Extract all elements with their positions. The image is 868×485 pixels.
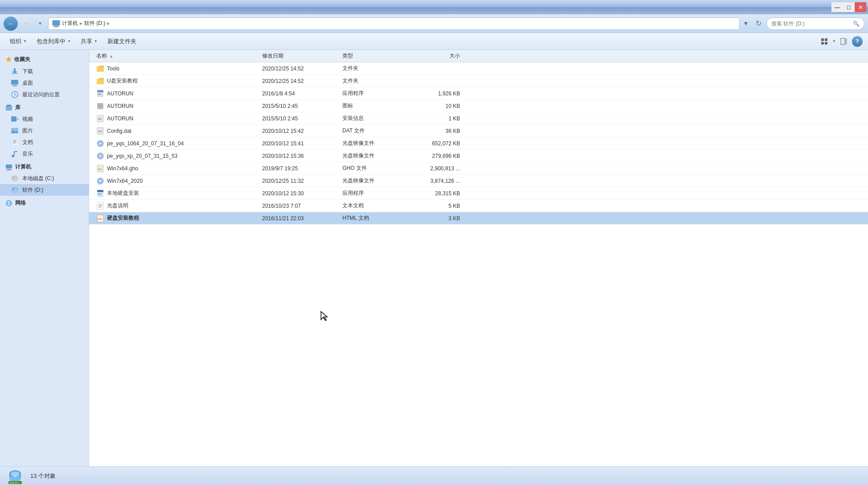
address-bar[interactable]: 计算机 ► 软件 (D:) ► xyxy=(48,17,740,30)
file-date: 2016/1/8 4:54 xyxy=(262,90,342,97)
maximize-button[interactable]: □ xyxy=(843,2,855,12)
svg-rect-2 xyxy=(53,26,59,27)
table-row[interactable]: U盘安装教程 2020/12/25 14:52 文件夹 xyxy=(89,75,868,87)
network-icon-sidebar xyxy=(5,200,12,207)
table-row[interactable]: AUTORUN 2015/5/10 2:45 图标 10 KB xyxy=(89,100,868,112)
file-type: 光盘映像文件 xyxy=(342,177,405,185)
new-folder-button[interactable]: 新建文件夹 xyxy=(103,35,141,48)
sidebar-item-documents[interactable]: 文档 xyxy=(0,136,89,148)
preview-pane-button[interactable] xyxy=(838,35,850,48)
column-name[interactable]: 名称 ▲ xyxy=(93,52,262,60)
back-button[interactable]: ← xyxy=(4,16,18,31)
organize-button[interactable]: 组织 ▼ xyxy=(5,35,31,48)
sidebar-item-downloads[interactable]: 下载 xyxy=(0,66,89,77)
file-name: Win7x64.gho xyxy=(107,165,138,172)
file-icon xyxy=(96,102,104,110)
table-row[interactable]: GHO Win7x64.gho 2019/9/7 19:25 GHO 文件 2,… xyxy=(89,162,868,175)
svg-rect-12 xyxy=(11,80,18,85)
sidebar-favorites-header[interactable]: ★ 收藏夹 xyxy=(0,53,89,66)
file-icon: DAT xyxy=(96,127,104,135)
sidebar-network-section: 网络 xyxy=(0,197,89,209)
file-name: Tools xyxy=(107,66,119,72)
file-rows: Tools 2020/12/25 14:52 文件夹 U盘安装教程 2020/1… xyxy=(89,62,868,225)
svg-rect-69 xyxy=(99,204,102,205)
file-date: 2015/5/10 2:45 xyxy=(262,103,342,109)
svg-text:EXE: EXE xyxy=(98,93,101,95)
table-row[interactable]: HTML 硬盘安装教程 2016/11/21 22:03 HTML 文档 3 K… xyxy=(89,212,868,225)
svg-text:C:: C: xyxy=(13,176,16,179)
file-icon: EXE xyxy=(96,189,104,197)
svg-point-49 xyxy=(99,104,102,108)
sidebar-item-d-drive[interactable]: D: 软件 (D:) xyxy=(0,184,89,196)
table-row[interactable]: Win7x64_2020 2020/12/25 11:32 光盘映像文件 3,8… xyxy=(89,175,868,187)
refresh-button[interactable]: ↻ xyxy=(752,17,765,30)
include-library-button[interactable]: 包含到库中 ▼ xyxy=(32,35,75,48)
download-icon xyxy=(11,67,19,75)
file-name: AUTORUN xyxy=(107,103,133,109)
file-name: 光盘说明 xyxy=(107,202,128,210)
sidebar-computer-header[interactable]: 计算机 xyxy=(0,161,89,173)
crumb-computer[interactable]: 计算机 xyxy=(62,20,78,27)
column-size[interactable]: 大小 xyxy=(405,52,467,60)
file-date: 2015/5/10 2:45 xyxy=(262,115,342,122)
sidebar-network-header[interactable]: 网络 xyxy=(0,197,89,209)
file-icon xyxy=(96,77,104,85)
table-row[interactable]: EXE 本地硬盘安装 2020/10/12 15:30 应用程序 28,315 … xyxy=(89,187,868,200)
computer-icon-sidebar xyxy=(5,164,12,171)
svg-rect-22 xyxy=(12,139,17,146)
file-type: 应用程序 xyxy=(342,90,405,97)
file-name: 硬盘安装教程 xyxy=(107,214,139,222)
svg-point-21 xyxy=(12,129,14,131)
table-row[interactable]: EXE AUTORUN 2016/1/8 4:54 应用程序 1,926 KB xyxy=(89,87,868,100)
column-type[interactable]: 类型 xyxy=(342,52,405,60)
address-dropdown[interactable]: ▼ xyxy=(741,18,750,29)
svg-text:GHO: GHO xyxy=(98,168,102,170)
column-date[interactable]: 修改日期 xyxy=(262,52,342,60)
sidebar-item-pictures[interactable]: 图片 xyxy=(0,125,89,136)
table-row[interactable]: DAT Config.dat 2020/10/12 15:42 DAT 文件 3… xyxy=(89,125,868,137)
sidebar-item-video[interactable]: 视频 xyxy=(0,113,89,125)
svg-rect-0 xyxy=(53,21,60,25)
share-button[interactable]: 共享 ▼ xyxy=(76,35,102,48)
crumb-drive[interactable]: 软件 (D:) xyxy=(84,20,105,27)
table-row[interactable]: 光盘说明 2016/10/23 7:07 文本文档 5 KB xyxy=(89,200,868,212)
sidebar-item-music[interactable]: 音乐 xyxy=(0,148,89,160)
table-row[interactable]: Tools 2020/12/25 14:52 文件夹 xyxy=(89,62,868,75)
toolbar-right: ▼ ? xyxy=(818,35,863,48)
svg-rect-29 xyxy=(6,164,12,169)
d-drive-icon: D: xyxy=(11,186,19,194)
close-button[interactable]: ✕ xyxy=(855,2,866,12)
file-name: AUTORUN xyxy=(107,115,133,122)
sidebar-item-c-drive[interactable]: C: 本地磁盘 (C:) xyxy=(0,173,89,184)
file-icon xyxy=(96,140,104,148)
file-date: 2020/10/12 15:42 xyxy=(262,128,342,134)
change-view-button[interactable] xyxy=(818,35,831,48)
recent-locations-button[interactable]: ▼ xyxy=(34,17,46,30)
sidebar-libraries-header[interactable]: 库 xyxy=(0,102,89,113)
file-size: 279,696 KB xyxy=(405,153,467,159)
computer-icon xyxy=(52,20,60,28)
sidebar-item-recent[interactable]: 最近访问的位置 xyxy=(0,89,89,100)
sidebar-item-desktop[interactable]: 桌面 xyxy=(0,77,89,89)
minimize-button[interactable]: — xyxy=(831,2,843,12)
svg-rect-10 xyxy=(14,68,16,71)
file-name: 本地硬盘安装 xyxy=(107,189,139,197)
view-dropdown-arrow[interactable]: ▼ xyxy=(832,39,836,43)
c-drive-icon: C: xyxy=(11,174,19,182)
desktop-icon xyxy=(11,79,19,87)
table-row[interactable]: INF AUTORUN 2015/5/10 2:45 安装信息 1 KB xyxy=(89,112,868,125)
search-input[interactable] xyxy=(771,21,851,27)
address-crumbs: 计算机 ► 软件 (D:) ► xyxy=(62,20,111,27)
file-icon: EXE xyxy=(96,90,104,98)
table-row[interactable]: pe_yqs_xp_20_07_31_15_53 2020/10/12 15:3… xyxy=(89,150,868,162)
svg-rect-18 xyxy=(11,116,16,122)
table-row[interactable]: pe_yqs_1064_20_07_31_16_04 2020/10/12 15… xyxy=(89,137,868,150)
sidebar: ★ 收藏夹 下载 桌面 xyxy=(0,50,89,466)
help-button[interactable]: ? xyxy=(852,36,863,47)
svg-rect-14 xyxy=(12,86,17,86)
video-icon xyxy=(11,115,19,123)
forward-button[interactable]: → xyxy=(20,17,32,30)
status-count: 13 个对象 xyxy=(30,472,56,480)
file-icon xyxy=(96,65,104,73)
svg-point-64 xyxy=(99,180,101,182)
